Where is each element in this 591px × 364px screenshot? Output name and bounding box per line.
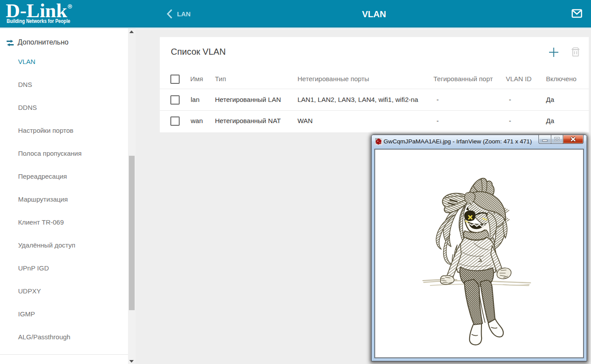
svg-text:Building Networks for People: Building Networks for People <box>7 18 70 24</box>
svg-text:R: R <box>69 5 71 8</box>
